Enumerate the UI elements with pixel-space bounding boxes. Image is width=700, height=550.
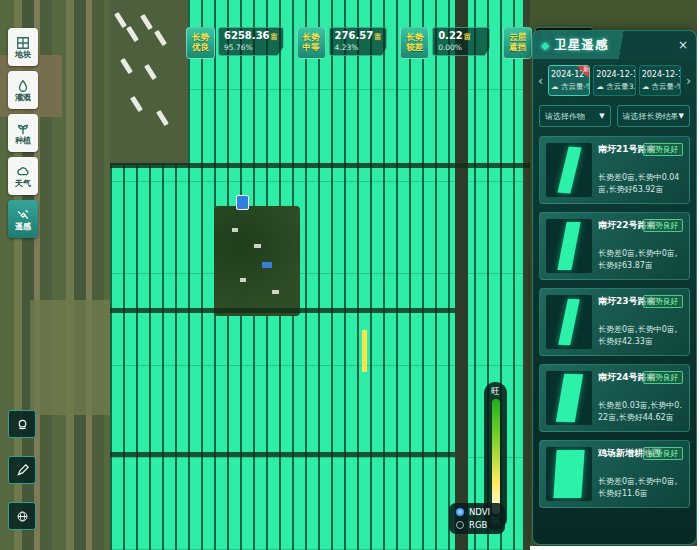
- sidebar-item-plots[interactable]: 地块: [8, 28, 38, 66]
- sprout-icon: [16, 122, 30, 136]
- pencil-icon: [16, 464, 29, 477]
- legend-high-label: 旺: [491, 387, 500, 396]
- sidebar-item-label: 天气: [15, 180, 31, 188]
- cloud-icon: ☁: [551, 82, 559, 91]
- plot-info: 南圩21号路南 长势良好 长势差0亩,长势中0.04亩,长势好63.92亩: [598, 143, 683, 197]
- layer-option-label: NDVI: [469, 508, 490, 517]
- cloud-icon: ☁: [642, 82, 650, 91]
- left-sidebar: 地块 灌溉 种植 天气 遥感: [8, 28, 38, 238]
- crop-select[interactable]: 请选择作物 ▼: [539, 105, 611, 127]
- cloud-value: 含云量3.13%: [606, 82, 635, 91]
- prev-date-arrow[interactable]: ‹: [536, 65, 545, 96]
- stat-unit: 亩: [464, 33, 471, 41]
- new-badge-text: 新: [583, 66, 589, 72]
- sidebar-item-remote-sensing[interactable]: 遥感: [8, 200, 38, 238]
- layer-option-ndvi[interactable]: NDVI: [456, 508, 498, 517]
- stat-value: 0.22: [438, 30, 463, 41]
- plot-shape: [557, 147, 581, 194]
- close-icon[interactable]: ×: [678, 39, 688, 51]
- status-badge: 长势良好: [643, 219, 683, 232]
- cloud-coverage: ☁ 含云量-%: [551, 82, 587, 92]
- sidebar-item-planting[interactable]: 种植: [8, 114, 38, 152]
- map-field-divider: [110, 163, 530, 168]
- map-blue-marker[interactable]: [236, 195, 249, 210]
- droplet-icon: [16, 79, 30, 93]
- plot-detail: 长势差0亩,长势中0亩,长势好42.33亩: [598, 324, 683, 347]
- plot-card[interactable]: 南圩23号路南 长势良好 长势差0亩,长势中0亩,长势好42.33亩: [539, 288, 690, 356]
- satellite-panel: ◆ 卫星遥感 × ‹ 2024-12-24 ☁ 含云量-% 新 2024-12-…: [532, 30, 697, 545]
- plot-info: 南圩23号路南 长势良好 长势差0亩,长势中0亩,长势好42.33亩: [598, 295, 683, 349]
- date-label: 2024-12-19: [596, 70, 632, 79]
- plot-thumbnail: [546, 447, 592, 501]
- date-card[interactable]: 2024-12-24 ☁ 含云量-% 新: [548, 65, 590, 96]
- chevron-down-icon: ▼: [679, 112, 684, 120]
- map-building: [240, 278, 246, 282]
- stat-value-panel: 276.57亩 4.23%: [329, 27, 388, 56]
- cloud-coverage: ☁ 含云量3.13%: [596, 82, 632, 92]
- plot-detail: 长势差0亩,长势中0.04亩,长势好63.92亩: [598, 172, 683, 195]
- date-card[interactable]: 2024-12-14 ☁ 含云量-%: [639, 65, 681, 96]
- plot-shape: [557, 222, 580, 270]
- map-building: [140, 14, 153, 30]
- map-tools: [8, 410, 36, 530]
- plot-detail: 长势差0亩,长势中0亩,长势好11.6亩: [598, 476, 683, 499]
- sidebar-item-label: 遥感: [15, 223, 31, 231]
- sidebar-item-irrigation[interactable]: 灌溉: [8, 71, 38, 109]
- stat-value-panel: 6258.36亩 95.76%: [218, 27, 284, 56]
- sidebar-item-label: 种植: [15, 137, 31, 145]
- stat-tag: 长势 中等: [297, 27, 326, 59]
- stat-percent: 4.23%: [335, 43, 382, 52]
- cloud-value: 含云量-%: [652, 82, 681, 91]
- map-soil-patch: [30, 300, 110, 415]
- growth-result-select[interactable]: 请选择长势结果 ▼: [617, 105, 690, 127]
- filter-row: 请选择作物 ▼ 请选择长势结果 ▼: [533, 100, 696, 134]
- date-card[interactable]: 2024-12-19 ☁ 含云量3.13%: [593, 65, 635, 96]
- plot-thumbnail: [546, 143, 592, 197]
- stat-group-excellent: 长势 优良 6258.36亩 95.76%: [186, 27, 284, 59]
- plot-card[interactable]: 南圩22号路南 长势良好 长势差0亩,长势中0亩,长势好63.87亩: [539, 212, 690, 280]
- plot-shape: [558, 299, 580, 346]
- plot-info: 南圩22号路南 长势良好 长势差0亩,长势中0亩,长势好63.87亩: [598, 219, 683, 273]
- plot-info: 南圩24号路南 长势良好 长势差0.03亩,长势中0.22亩,长势好44.62亩: [598, 371, 683, 425]
- map-building: [154, 30, 167, 46]
- plot-card[interactable]: 鸡场新增耕地西 长势良好 长势差0亩,长势中0亩,长势好11.6亩: [539, 440, 690, 508]
- layer-switch: NDVI RGB: [449, 503, 505, 534]
- map-greenhouse-area: [110, 0, 188, 165]
- map-building: [114, 12, 127, 28]
- panorama-tool-button[interactable]: [8, 410, 36, 438]
- globe-icon: [16, 510, 29, 523]
- grid-icon: [16, 36, 30, 50]
- radio-selected-icon: [456, 508, 464, 516]
- plot-shape: [555, 374, 582, 423]
- panel-header: ◆ 卫星遥感 ×: [533, 31, 696, 59]
- map-building: [130, 96, 143, 112]
- measure-tool-button[interactable]: [8, 456, 36, 484]
- map-building: [272, 290, 279, 294]
- satellite-icon: [16, 208, 30, 222]
- plot-list: 南圩21号路南 长势良好 长势差0亩,长势中0.04亩,长势好63.92亩 南圩…: [533, 134, 696, 544]
- radio-unselected-icon: [456, 521, 464, 529]
- stat-group-medium: 长势 中等 276.57亩 4.23%: [297, 27, 388, 59]
- select-placeholder: 请选择作物: [545, 111, 585, 122]
- stat-unit: 亩: [271, 33, 278, 41]
- globe-tool-button[interactable]: [8, 502, 36, 530]
- plot-thumbnail: [546, 219, 592, 273]
- map-village-area: [214, 206, 300, 316]
- map-road-vertical: [523, 0, 530, 550]
- plot-card[interactable]: 南圩21号路南 长势良好 长势差0亩,长势中0.04亩,长势好63.92亩: [539, 136, 690, 204]
- stat-group-poor: 长势 较差 0.22亩 0.00%: [400, 27, 490, 59]
- stat-value-panel: 0.22亩 0.00%: [432, 27, 490, 56]
- plot-thumbnail: [546, 295, 592, 349]
- next-date-arrow[interactable]: ›: [684, 65, 693, 96]
- map-yellow-field-strip: [362, 330, 367, 372]
- sidebar-item-label: 地块: [15, 51, 31, 59]
- plot-card[interactable]: 南圩24号路南 长势良好 长势差0.03亩,长势中0.22亩,长势好44.62亩: [539, 364, 690, 432]
- map-building: [232, 228, 238, 232]
- plot-detail: 长势差0亩,长势中0亩,长势好63.87亩: [598, 248, 683, 271]
- map-building: [262, 262, 272, 268]
- map-building: [120, 58, 133, 74]
- layer-option-rgb[interactable]: RGB: [456, 521, 498, 530]
- sidebar-item-weather[interactable]: 天气: [8, 157, 38, 195]
- cloud-icon: [16, 165, 30, 179]
- cloud-icon: ☁: [596, 82, 604, 91]
